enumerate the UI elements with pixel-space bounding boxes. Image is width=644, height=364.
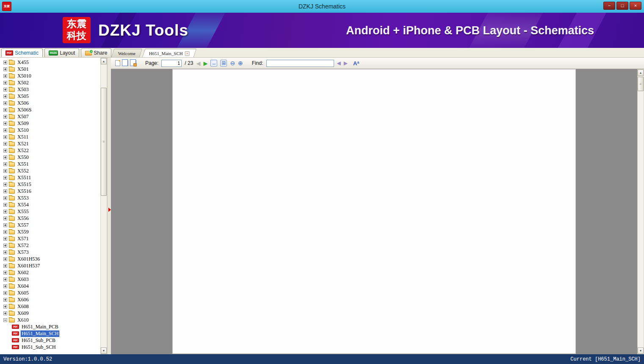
tree-item-X550[interactable]: X550 <box>0 154 100 161</box>
scroll-up-button[interactable]: ▲ <box>638 69 644 76</box>
tree-item-X604[interactable]: X604 <box>0 283 100 289</box>
fit-page-button[interactable]: ⊞ <box>220 60 227 67</box>
expand-icon[interactable] <box>3 61 7 64</box>
expand-icon[interactable] <box>3 284 7 288</box>
expand-icon[interactable] <box>3 189 7 193</box>
expand-icon[interactable] <box>3 115 7 119</box>
mode-tab-schematic[interactable]: PDFSchematic <box>1 48 43 57</box>
sidebar-splitter[interactable] <box>107 58 111 354</box>
tree-item-X455[interactable]: X455 <box>0 59 100 66</box>
tree-item-H651_Sub_PCB[interactable]: PDFH651_Sub_PCB <box>0 337 100 344</box>
expand-icon[interactable] <box>3 298 7 302</box>
tree-item-H651_Main_PCB[interactable]: PDFH651_Main_PCB <box>0 323 100 330</box>
expand-icon[interactable] <box>3 305 7 308</box>
tree-item-X572[interactable]: X572 <box>0 242 100 249</box>
expand-icon[interactable] <box>3 264 7 268</box>
tree-item-X571[interactable]: X571 <box>0 235 100 242</box>
tree-item-X601H537[interactable]: X601H537 <box>0 262 100 269</box>
scroll-thumb[interactable]: ≡ <box>101 88 107 196</box>
mode-tab-share[interactable]: +Share <box>81 48 111 57</box>
tree-item-X505[interactable]: X505 <box>0 93 100 100</box>
next-page-button[interactable]: ▶ <box>203 61 207 66</box>
tree-item-X609[interactable]: X609 <box>0 310 100 317</box>
tree-item-X557[interactable]: X557 <box>0 222 100 228</box>
expand-icon[interactable] <box>3 291 7 295</box>
scroll-thumb[interactable]: ≡ <box>638 77 644 91</box>
expand-icon[interactable] <box>3 149 7 153</box>
expand-icon[interactable] <box>3 88 7 92</box>
doc-tab-h651_main_sch[interactable]: H651_Main_SCH× <box>142 49 197 57</box>
tree-item-X556[interactable]: X556 <box>0 215 100 222</box>
tree-item-X5511[interactable]: X5511 <box>0 174 100 181</box>
fit-width-button[interactable]: ↔ <box>210 60 217 67</box>
collapse-icon[interactable] <box>3 318 7 322</box>
tree-item-X606[interactable]: X606 <box>0 296 100 303</box>
expand-icon[interactable] <box>3 217 7 220</box>
mode-tab-layout[interactable]: PADSLayout <box>44 48 79 57</box>
copy-page-icon[interactable] <box>115 60 120 66</box>
tree-item-X507[interactable]: X507 <box>0 113 100 120</box>
expand-icon[interactable] <box>3 250 7 254</box>
tree-item-X510[interactable]: X510 <box>0 127 100 133</box>
tree-item-X521[interactable]: X521 <box>0 140 100 147</box>
expand-icon[interactable] <box>3 311 7 315</box>
scroll-down-button[interactable]: ▼ <box>101 347 107 354</box>
tree-scrollbar[interactable]: ▲ ≡ ▼ <box>100 58 107 354</box>
tree-item-X605[interactable]: X605 <box>0 289 100 296</box>
minimize-button[interactable]: − <box>603 2 615 10</box>
tree-item-H651_Main_SCH[interactable]: PDFH651_Main_SCH <box>0 330 100 337</box>
expand-icon[interactable] <box>3 176 7 180</box>
expand-icon[interactable] <box>3 128 7 132</box>
tree-item-X554[interactable]: X554 <box>0 201 100 208</box>
tree-item-X506[interactable]: X506 <box>0 100 100 106</box>
tree-item-X501[interactable]: X501 <box>0 66 100 72</box>
tree-item-X509[interactable]: X509 <box>0 120 100 127</box>
tab-close-button[interactable]: × <box>185 51 190 56</box>
tree-item-X602[interactable]: X602 <box>0 269 100 276</box>
find-prev-button[interactable]: ◀ <box>337 61 341 66</box>
tree-item-X503[interactable]: X503 <box>0 86 100 93</box>
tree-item-X608[interactable]: X608 <box>0 303 100 310</box>
expand-icon[interactable] <box>3 74 7 78</box>
font-size-button[interactable]: Aª <box>353 60 359 67</box>
find-input[interactable] <box>266 60 334 67</box>
snapshot-icon[interactable] <box>131 60 136 66</box>
copy-pages-icon[interactable] <box>123 60 128 66</box>
expand-icon[interactable] <box>3 271 7 275</box>
expand-icon[interactable] <box>3 257 7 261</box>
tree-item-X506S[interactable]: X506S <box>0 106 100 113</box>
expand-icon[interactable] <box>3 142 7 146</box>
tree-item-X5515[interactable]: X5515 <box>0 181 100 188</box>
tree-item-X573[interactable]: X573 <box>0 249 100 256</box>
tree-item-X555[interactable]: X555 <box>0 208 100 215</box>
expand-icon[interactable] <box>3 278 7 281</box>
scroll-down-button[interactable]: ▼ <box>638 347 644 354</box>
tree-item-X601H536[interactable]: X601H536 <box>0 256 100 262</box>
tree-item-X502[interactable]: X502 <box>0 79 100 86</box>
tree-item-X552[interactable]: X552 <box>0 167 100 174</box>
doc-tab-welcome[interactable]: Welcome <box>111 49 143 57</box>
prev-page-button[interactable]: ◀ <box>196 61 200 66</box>
close-button[interactable]: × <box>630 2 641 10</box>
expand-icon[interactable] <box>3 108 7 112</box>
tree-item-H651_Sub_SCH[interactable]: PDFH651_Sub_SCH <box>0 344 100 350</box>
zoom-in-button[interactable]: ⊕ <box>238 60 243 66</box>
expand-icon[interactable] <box>3 237 7 241</box>
expand-icon[interactable] <box>3 210 7 214</box>
tree-item-X511[interactable]: X511 <box>0 133 100 140</box>
tree-item-X559[interactable]: X559 <box>0 228 100 235</box>
expand-icon[interactable] <box>3 230 7 234</box>
tree-item-X610[interactable]: X610 <box>0 317 100 323</box>
tree-item-X5010[interactable]: X5010 <box>0 72 100 79</box>
expand-icon[interactable] <box>3 122 7 125</box>
expand-icon[interactable] <box>3 244 7 247</box>
maximize-button[interactable]: □ <box>616 2 628 10</box>
pdf-page[interactable] <box>172 69 576 354</box>
find-next-button[interactable]: ▶ <box>344 61 348 66</box>
zoom-out-button[interactable]: ⊖ <box>230 60 235 66</box>
titlebar[interactable]: 东震 DZKJ Schematics − □ × <box>0 0 644 13</box>
expand-icon[interactable] <box>3 156 7 159</box>
expand-icon[interactable] <box>3 203 7 207</box>
page-number-input[interactable] <box>161 60 182 67</box>
expand-icon[interactable] <box>3 135 7 139</box>
